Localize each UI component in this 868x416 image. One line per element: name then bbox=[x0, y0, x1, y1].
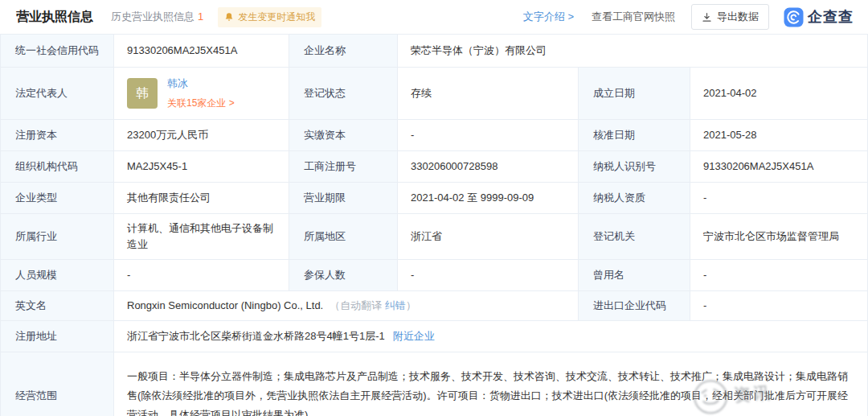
qichacha-logo: 企查查 bbox=[784, 7, 854, 27]
value-company-type: 其他有限责任公司 bbox=[113, 183, 289, 213]
qichacha-brand-icon bbox=[784, 7, 804, 27]
table-row: 注册资本 23200万元人民币 实缴资本 - 核准日期 2021-05-28 bbox=[1, 120, 867, 151]
reg-address-text: 浙江省宁波市北仑区柴桥街道金水桥路28号4幢1号1层-1 bbox=[127, 328, 385, 344]
label-company-name: 企业名称 bbox=[289, 35, 397, 67]
value-import-export-code: - bbox=[690, 291, 867, 320]
gov-snapshot-link[interactable]: 查看工商官网快照 bbox=[592, 10, 675, 24]
nearby-companies-link[interactable]: 附近企业 bbox=[393, 328, 435, 344]
value-staff-size: - bbox=[113, 260, 289, 290]
label-business-scope: 经营范围 bbox=[1, 352, 113, 416]
table-row: 组织机构代码 MA2J5X45-1 工商注册号 330206000728598 … bbox=[1, 151, 867, 183]
qichacha-brand-name: 企查查 bbox=[808, 7, 854, 27]
label-reg-number: 工商注册号 bbox=[289, 151, 397, 182]
value-credit-code: 91330206MA2J5X451A bbox=[113, 35, 289, 67]
value-reg-capital: 23200万元人民币 bbox=[113, 120, 289, 150]
value-legal-rep: 韩 韩冰 关联15家企业 > bbox=[113, 68, 289, 119]
correction-link[interactable]: 纠错 bbox=[385, 299, 406, 311]
value-business-scope: 一般项目：半导体分立器件制造；集成电路芯片及产品制造；技术服务、技术开发、技术咨… bbox=[113, 352, 867, 416]
label-english-name: 英文名 bbox=[1, 291, 113, 320]
business-scope-text: 一般项目：半导体分立器件制造；集成电路芯片及产品制造；技术服务、技术开发、技术咨… bbox=[127, 359, 856, 416]
value-taxpayer-id: 91330206MA2J5X451A bbox=[690, 151, 867, 182]
auto-translate-label: （自动翻译 bbox=[330, 299, 382, 311]
english-name-text: Rongxin Semiconductor (Ningbo) Co., Ltd. bbox=[127, 298, 323, 314]
value-former-name: - bbox=[690, 260, 867, 290]
label-establish-date: 成立日期 bbox=[578, 68, 690, 119]
value-english-name: Rongxin Semiconductor (Ningbo) Co., Ltd.… bbox=[113, 291, 578, 320]
value-company-name: 荣芯半导体（宁波）有限公司 bbox=[397, 35, 867, 67]
value-reg-authority: 宁波市北仑区市场监督管理局 bbox=[690, 214, 867, 259]
value-region: 浙江省 bbox=[397, 214, 578, 259]
table-row: 经营范围 一般项目：半导体分立器件制造；集成电路芯片及产品制造；技术服务、技术开… bbox=[1, 352, 867, 416]
label-paid-capital: 实缴资本 bbox=[289, 120, 397, 150]
label-company-type: 企业类型 bbox=[1, 183, 113, 213]
label-reg-authority: 登记机关 bbox=[578, 214, 690, 259]
bell-icon bbox=[224, 12, 234, 23]
table-row: 企业类型 其他有限责任公司 营业期限 2021-04-02 至 9999-09-… bbox=[1, 183, 867, 214]
note-close: ） bbox=[406, 299, 416, 311]
notify-change-label: 发生变更时通知我 bbox=[238, 10, 315, 24]
value-insured-count: - bbox=[397, 260, 578, 290]
label-credit-code: 统一社会信用代码 bbox=[1, 35, 113, 67]
label-insured-count: 参保人数 bbox=[289, 260, 397, 290]
label-approval-date: 核准日期 bbox=[578, 120, 690, 150]
label-staff-size: 人员规模 bbox=[1, 260, 113, 290]
value-paid-capital: - bbox=[397, 120, 578, 150]
value-reg-address: 浙江省宁波市北仑区柴桥街道金水桥路28号4幢1号1层-1 附近企业 bbox=[113, 321, 867, 352]
table-row: 统一社会信用代码 91330206MA2J5X451A 企业名称 荣芯半导体（宁… bbox=[1, 35, 867, 68]
table-row: 法定代表人 韩 韩冰 关联15家企业 > 登记状态 存续 成立日期 2021-0… bbox=[1, 68, 867, 120]
label-taxpayer-id: 纳税人识别号 bbox=[578, 151, 690, 182]
value-reg-status: 存续 bbox=[397, 68, 578, 119]
table-row: 注册地址 浙江省宁波市北仑区柴桥街道金水桥路28号4幢1号1层-1 附近企业 bbox=[1, 321, 867, 352]
label-former-name: 曾用名 bbox=[578, 260, 690, 290]
label-reg-status: 登记状态 bbox=[289, 68, 397, 119]
label-region: 所属地区 bbox=[289, 214, 397, 259]
value-org-code: MA2J5X45-1 bbox=[113, 151, 289, 182]
label-org-code: 组织机构代码 bbox=[1, 151, 113, 182]
value-taxpayer-qualification: - bbox=[690, 183, 867, 213]
value-business-term: 2021-04-02 至 9999-09-09 bbox=[397, 183, 578, 213]
legal-rep-name-link[interactable]: 韩冰 bbox=[167, 76, 235, 92]
legal-rep-related-link[interactable]: 关联15家企业 > bbox=[167, 95, 235, 111]
legal-rep-avatar: 韩 bbox=[127, 78, 158, 109]
label-reg-address: 注册地址 bbox=[1, 321, 113, 352]
auto-translate-note: （自动翻译 纠错） bbox=[330, 298, 416, 314]
export-data-button[interactable]: 导出数据 bbox=[691, 4, 769, 30]
text-intro-link[interactable]: 文字介绍 > bbox=[523, 10, 574, 24]
label-taxpayer-qualification: 纳税人资质 bbox=[578, 183, 690, 213]
value-establish-date: 2021-04-02 bbox=[690, 68, 867, 119]
notify-change-button[interactable]: 发生变更时通知我 bbox=[218, 7, 321, 27]
business-license-table: 统一社会信用代码 91330206MA2J5X451A 企业名称 荣芯半导体（宁… bbox=[0, 34, 868, 416]
table-row: 英文名 Rongxin Semiconductor (Ningbo) Co., … bbox=[1, 291, 867, 321]
panel-header: 营业执照信息 历史营业执照信息1 发生变更时通知我 文字介绍 > 查看工商官网快… bbox=[0, 0, 868, 34]
table-row: 人员规模 - 参保人数 - 曾用名 - bbox=[1, 260, 867, 291]
history-license-label: 历史营业执照信息 bbox=[111, 10, 194, 23]
table-row: 所属行业 计算机、通信和其他电子设备制造业 所属地区 浙江省 登记机关 宁波市北… bbox=[1, 214, 867, 260]
value-approval-date: 2021-05-28 bbox=[690, 120, 867, 150]
history-license-tab[interactable]: 历史营业执照信息1 bbox=[111, 10, 203, 24]
label-reg-capital: 注册资本 bbox=[1, 120, 113, 150]
value-industry: 计算机、通信和其他电子设备制造业 bbox=[113, 214, 289, 259]
history-count-badge: 1 bbox=[198, 10, 203, 23]
export-data-label: 导出数据 bbox=[717, 10, 759, 24]
label-import-export-code: 进出口企业代码 bbox=[578, 291, 690, 320]
panel-title: 营业执照信息 bbox=[16, 9, 93, 26]
label-legal-rep: 法定代表人 bbox=[1, 68, 113, 119]
download-icon bbox=[702, 12, 712, 23]
label-business-term: 营业期限 bbox=[289, 183, 397, 213]
label-industry: 所属行业 bbox=[1, 214, 113, 259]
value-reg-number: 330206000728598 bbox=[397, 151, 578, 182]
